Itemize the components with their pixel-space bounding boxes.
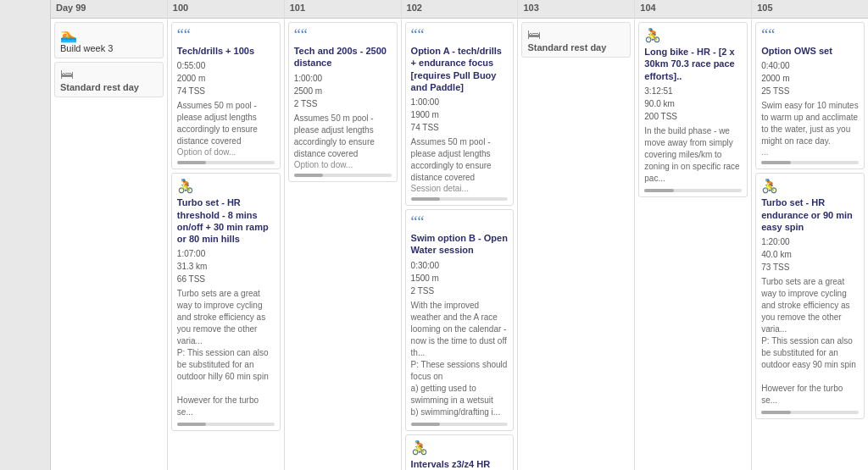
session-icon: 🛏 [60, 67, 158, 82]
session-icon: ““ [761, 27, 859, 42]
session-icon: 🛏 [527, 27, 625, 42]
card-scrollbar[interactable] [177, 423, 275, 426]
day-col-100: 100 ““ Tech/drills + 100s 0:55:002000 m7… [168, 0, 285, 470]
session-stats: 1:00:002500 m2 TSS [294, 72, 392, 110]
session-desc: With the improved weather and the A race… [411, 300, 509, 418]
session-card[interactable]: 🛏 Standard rest day [521, 22, 631, 58]
quote-icon: ““ [294, 26, 308, 43]
day-header: 104 [635, 0, 751, 19]
day-content: 🛏 Standard rest day [518, 19, 634, 470]
card-link[interactable]: Session detai... [411, 184, 509, 193]
day-col-103: 103 🛏 Standard rest day [518, 0, 635, 470]
card-scrollbar[interactable] [644, 189, 742, 192]
bed-icon: 🛏 [527, 27, 541, 41]
card-link[interactable]: Option to dow... [294, 160, 392, 169]
session-icon: 🚴 [761, 178, 859, 194]
day-col-105: 105 ““ Option OWS set 0:40:002000 m25 TS… [752, 0, 868, 470]
session-desc: Assumes 50 m pool - please adjust length… [177, 100, 275, 147]
session-title: Turbo set - HR endurance or 90 min easy … [761, 196, 859, 233]
session-title: Standard rest day [527, 42, 625, 53]
days-container: Day 99 🏊 Build week 3 🛏 Standard rest da… [51, 0, 868, 470]
swim-icon: 🏊 [60, 28, 77, 42]
day-header: 102 [402, 0, 518, 19]
card-scrollbar[interactable] [411, 423, 509, 426]
session-desc: Turbo sets are a great way to improve cy… [177, 288, 275, 418]
day-header: 105 [752, 0, 868, 19]
card-scrollbar[interactable] [761, 161, 859, 164]
session-card[interactable]: 🚴 Long bike - HR - [2 x 30km 70.3 race p… [638, 22, 748, 197]
session-title: Long bike - HR - [2 x 30km 70.3 race pac… [644, 46, 742, 82]
session-title: Intervals z3/z4 HR based [411, 458, 509, 470]
session-card[interactable]: ““ Tech and 200s - 2500 distance 1:00:00… [288, 22, 398, 182]
day-header: Day 99 [51, 0, 167, 19]
card-scrollbar[interactable] [177, 161, 275, 164]
session-icon: 🏊 [60, 27, 158, 43]
bike-icon: 🚴 [761, 179, 778, 193]
calendar-container: Day 99 🏊 Build week 3 🛏 Standard rest da… [0, 0, 868, 470]
session-icon: ““ [411, 214, 509, 229]
session-card[interactable]: 🚴 Turbo set - HR endurance or 90 min eas… [755, 173, 865, 419]
session-card[interactable]: ““ Option A - tech/drills + endurance fo… [405, 22, 515, 206]
day-col-101: 101 ““ Tech and 200s - 2500 distance 1:0… [285, 0, 402, 470]
session-title: Option A - tech/drills + endurance focus… [411, 45, 509, 93]
session-title: Swim option B - Open Water session [411, 232, 509, 257]
day-content: 🚴 Long bike - HR - [2 x 30km 70.3 race p… [635, 19, 751, 470]
session-title: Tech/drills + 100s [177, 45, 275, 57]
session-stats: 3:12:5190.0 km200 TSS [644, 85, 742, 123]
session-card[interactable]: ““ Option OWS set 0:40:002000 m25 TSS Sw… [755, 22, 865, 169]
session-stats: 0:55:002000 m74 TSS [177, 59, 275, 97]
day-content: 🏊 Build week 3 🛏 Standard rest day [51, 19, 167, 470]
session-desc: Swim easy for 10 minutes to warm up and … [761, 100, 859, 147]
session-icon: 🚴 [177, 178, 275, 194]
session-icon: ““ [294, 27, 392, 42]
session-desc: Assumes 50 m pool - please adjust length… [294, 113, 392, 160]
session-icon: ““ [411, 27, 509, 42]
day-content: ““ Tech/drills + 100s 0:55:002000 m74 TS… [168, 19, 284, 470]
session-stats: 1:20:0040.0 km73 TSS [761, 235, 859, 274]
quote-icon: ““ [761, 26, 775, 43]
session-desc: In the build phase - we move away from s… [644, 125, 742, 185]
session-title: Standard rest day [60, 82, 158, 92]
session-desc: Assumes 50 m pool - please adjust length… [411, 136, 509, 184]
session-desc: Turbo sets are a great way to improve cy… [761, 276, 859, 406]
session-card[interactable]: 🚴 Intervals z3/z4 HR based 1:00:0030.0 k… [405, 434, 515, 470]
session-icon: 🚴 [411, 440, 509, 456]
session-title: Option OWS set [761, 45, 859, 57]
week-label [0, 0, 51, 470]
card-scrollbar[interactable] [761, 411, 859, 414]
bike-icon: 🚴 [177, 179, 194, 193]
card-link[interactable]: Option of dow... [177, 147, 275, 157]
quote-icon: ““ [177, 26, 191, 43]
quote-icon: ““ [411, 213, 425, 230]
card-link[interactable]: ... [761, 147, 859, 157]
session-stats: 0:40:002000 m25 TSS [761, 59, 859, 97]
session-card[interactable]: ““ Swim option B - Open Water session 0:… [405, 209, 515, 431]
card-scrollbar[interactable] [294, 174, 392, 177]
day-header: 103 [518, 0, 634, 19]
session-stats: 1:07:0031.3 km66 TSS [177, 247, 275, 285]
session-icon: ““ [177, 27, 275, 42]
day-content: ““ Option A - tech/drills + endurance fo… [402, 19, 518, 470]
bike-icon: 🚴 [644, 28, 661, 42]
day-content: ““ Option OWS set 0:40:002000 m25 TSS Sw… [752, 19, 868, 470]
session-icon: 🚴 [644, 27, 742, 43]
bike-icon: 🚴 [411, 440, 428, 455]
day-col-Day-99: Day 99 🏊 Build week 3 🛏 Standard rest da… [51, 0, 168, 470]
day-col-104: 104 🚴 Long bike - HR - [2 x 30km 70.3 ra… [635, 0, 752, 470]
session-stats: 1:00:001900 m74 TSS [411, 96, 509, 134]
session-title: Tech and 200s - 2500 distance [294, 45, 392, 69]
day-content: ““ Tech and 200s - 2500 distance 1:00:00… [285, 19, 401, 470]
day-col-102: 102 ““ Option A - tech/drills + enduranc… [402, 0, 519, 470]
day-header: 100 [168, 0, 284, 19]
session-stats: 0:30:001500 m2 TSS [411, 259, 509, 297]
session-card[interactable]: ““ Tech/drills + 100s 0:55:002000 m74 TS… [171, 22, 281, 169]
card-scrollbar[interactable] [411, 197, 509, 201]
session-card[interactable]: 🏊 Build week 3 [54, 22, 164, 58]
session-card[interactable]: 🛏 Standard rest day [54, 62, 164, 97]
bed-icon: 🛏 [60, 67, 74, 81]
quote-icon: ““ [411, 26, 425, 43]
day-header: 101 [285, 0, 401, 19]
session-card[interactable]: 🚴 Turbo set - HR threshold - 8 mins on/o… [171, 173, 281, 431]
session-title: Turbo set - HR threshold - 8 mins on/off… [177, 196, 275, 245]
session-title: Build week 3 [60, 43, 158, 53]
